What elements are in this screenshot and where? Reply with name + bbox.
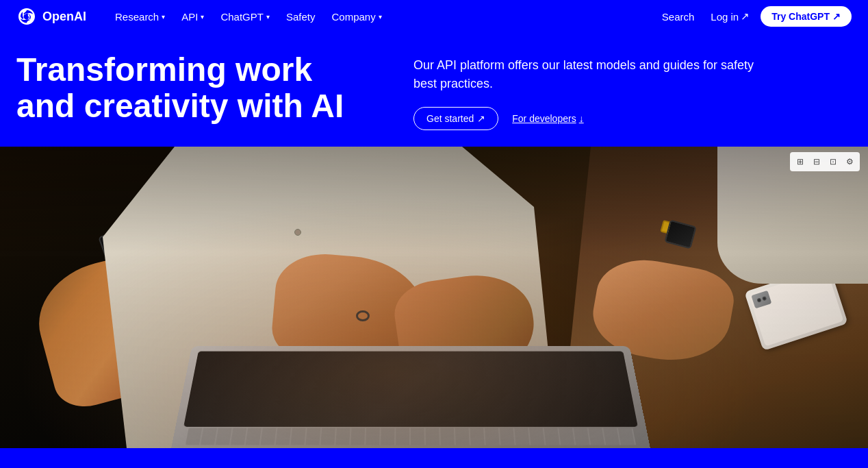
laptop-body	[171, 346, 650, 448]
search-button[interactable]: Search	[656, 7, 700, 27]
hero-section: Transforming work and creativity with AI…	[0, 33, 868, 147]
for-developers-button[interactable]: For developers ↓	[512, 113, 583, 124]
get-started-button[interactable]: Get started ↗	[413, 107, 498, 130]
photo-background	[0, 147, 868, 448]
nav-chatgpt[interactable]: ChatGPT ▾	[214, 7, 277, 27]
hero-left: Transforming work and creativity with AI	[16, 52, 372, 125]
nav-research[interactable]: Research ▾	[108, 7, 172, 27]
ring	[356, 310, 370, 321]
api-chevron-icon: ▾	[201, 13, 204, 21]
hero-buttons: Get started ↗ For developers ↓	[413, 107, 852, 130]
try-arrow-icon: ↗	[832, 11, 841, 22]
company-chevron-icon: ▾	[379, 13, 382, 21]
toolbar-settings-icon[interactable]: ⚙	[842, 154, 857, 169]
nav-company[interactable]: Company ▾	[324, 7, 388, 27]
brand-name: OpenAI	[42, 10, 86, 24]
toolbar-icon-3[interactable]: ⊡	[826, 154, 841, 169]
laptop-screen	[183, 352, 638, 427]
navbar: OpenAI Research ▾ API ▾ ChatGPT ▾ Safety…	[0, 0, 868, 33]
image-toolbar: ⊞ ⊟ ⊡ ⚙	[790, 152, 860, 171]
for-developers-arrow-icon: ↓	[579, 113, 584, 124]
toolbar-icon-1[interactable]: ⊞	[793, 154, 808, 169]
toolbar-icon-2[interactable]: ⊟	[809, 154, 824, 169]
nav-links: Research ▾ API ▾ ChatGPT ▾ Safety Compan…	[108, 7, 656, 27]
hero-description: Our API platform offers our latest model…	[413, 56, 769, 93]
shirt-button-1	[294, 229, 301, 236]
research-chevron-icon: ▾	[162, 13, 165, 21]
login-link[interactable]: Log in ↗	[705, 6, 755, 27]
openai-logo-icon	[16, 6, 37, 27]
hero-right: Our API platform offers our latest model…	[413, 52, 852, 130]
laptop-keyboard	[186, 428, 636, 445]
try-chatgpt-button[interactable]: Try ChatGPT ↗	[761, 6, 852, 27]
nav-api[interactable]: API ▾	[175, 7, 211, 27]
hero-image: ⊞ ⊟ ⊡ ⚙	[0, 147, 868, 448]
hero-title: Transforming work and creativity with AI	[16, 52, 372, 125]
logo[interactable]: OpenAI	[16, 6, 86, 27]
chatgpt-chevron-icon: ▾	[266, 13, 270, 21]
login-arrow-icon: ↗	[741, 10, 750, 23]
nav-safety[interactable]: Safety	[279, 7, 322, 27]
nav-right: Search Log in ↗ Try ChatGPT ↗	[656, 6, 852, 27]
get-started-arrow-icon: ↗	[477, 113, 485, 124]
